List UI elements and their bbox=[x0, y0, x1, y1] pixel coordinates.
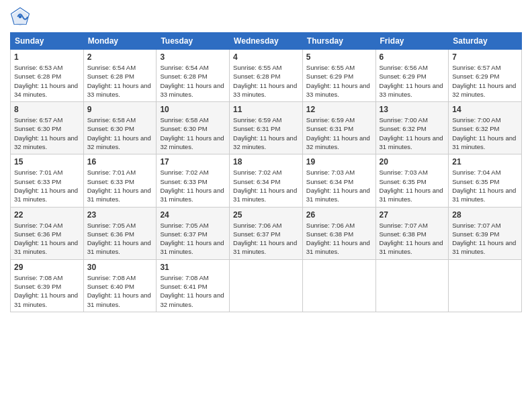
calendar-cell: 6Sunrise: 6:56 AMSunset: 6:29 PMDaylight… bbox=[375, 50, 449, 102]
day-info: Sunrise: 6:55 AMSunset: 6:28 PMDaylight:… bbox=[233, 63, 299, 99]
calendar-week-row: 8Sunrise: 6:57 AMSunset: 6:30 PMDaylight… bbox=[11, 102, 522, 154]
calendar-cell bbox=[230, 259, 303, 312]
day-number: 30 bbox=[87, 263, 153, 272]
calendar-cell: 10Sunrise: 6:58 AMSunset: 6:30 PMDayligh… bbox=[157, 102, 230, 154]
calendar-cell: 15Sunrise: 7:01 AMSunset: 6:33 PMDayligh… bbox=[11, 154, 84, 207]
calendar-cell: 30Sunrise: 7:08 AMSunset: 6:40 PMDayligh… bbox=[83, 259, 157, 312]
day-info: Sunrise: 7:02 AMSunset: 6:33 PMDaylight:… bbox=[160, 168, 226, 203]
day-number: 25 bbox=[233, 210, 299, 220]
day-info: Sunrise: 7:05 AMSunset: 6:37 PMDaylight:… bbox=[160, 221, 226, 257]
day-number: 11 bbox=[233, 105, 299, 114]
calendar-cell: 4Sunrise: 6:55 AMSunset: 6:28 PMDaylight… bbox=[230, 50, 303, 102]
day-number: 27 bbox=[380, 210, 445, 220]
calendar-cell: 27Sunrise: 7:07 AMSunset: 6:38 PMDayligh… bbox=[375, 207, 449, 259]
day-number: 5 bbox=[306, 52, 372, 62]
day-number: 28 bbox=[452, 210, 518, 220]
day-number: 7 bbox=[452, 52, 518, 62]
col-sunday: Sunday bbox=[11, 33, 84, 50]
day-info: Sunrise: 6:56 AMSunset: 6:29 PMDaylight:… bbox=[380, 63, 445, 99]
day-info: Sunrise: 7:05 AMSunset: 6:36 PMDaylight:… bbox=[87, 221, 153, 257]
day-info: Sunrise: 6:57 AMSunset: 6:29 PMDaylight:… bbox=[452, 63, 518, 99]
col-friday: Friday bbox=[375, 33, 449, 50]
day-info: Sunrise: 6:57 AMSunset: 6:30 PMDaylight:… bbox=[14, 116, 80, 151]
day-number: 17 bbox=[160, 157, 226, 167]
day-info: Sunrise: 7:03 AMSunset: 6:35 PMDaylight:… bbox=[380, 168, 445, 203]
calendar-cell: 13Sunrise: 7:00 AMSunset: 6:32 PMDayligh… bbox=[375, 102, 449, 154]
day-number: 10 bbox=[160, 105, 226, 114]
calendar-cell: 20Sunrise: 7:03 AMSunset: 6:35 PMDayligh… bbox=[375, 154, 449, 207]
calendar-cell: 9Sunrise: 6:58 AMSunset: 6:30 PMDaylight… bbox=[83, 102, 157, 154]
day-info: Sunrise: 7:04 AMSunset: 6:36 PMDaylight:… bbox=[14, 221, 80, 257]
calendar-cell: 16Sunrise: 7:01 AMSunset: 6:33 PMDayligh… bbox=[83, 154, 157, 207]
day-number: 3 bbox=[160, 52, 226, 62]
calendar-cell: 7Sunrise: 6:57 AMSunset: 6:29 PMDaylight… bbox=[449, 50, 522, 102]
day-info: Sunrise: 7:08 AMSunset: 6:39 PMDaylight:… bbox=[14, 273, 80, 309]
calendar-week-row: 29Sunrise: 7:08 AMSunset: 6:39 PMDayligh… bbox=[11, 259, 522, 312]
day-number: 26 bbox=[306, 210, 372, 220]
day-number: 22 bbox=[14, 210, 80, 220]
calendar-cell: 31Sunrise: 7:08 AMSunset: 6:41 PMDayligh… bbox=[157, 259, 230, 312]
day-info: Sunrise: 7:07 AMSunset: 6:39 PMDaylight:… bbox=[452, 221, 518, 257]
day-number: 13 bbox=[380, 105, 445, 114]
day-number: 6 bbox=[380, 52, 445, 62]
calendar-cell: 19Sunrise: 7:03 AMSunset: 6:34 PMDayligh… bbox=[302, 154, 375, 207]
day-info: Sunrise: 6:54 AMSunset: 6:28 PMDaylight:… bbox=[160, 63, 226, 99]
day-info: Sunrise: 6:55 AMSunset: 6:29 PMDaylight:… bbox=[306, 63, 372, 99]
calendar-cell: 14Sunrise: 7:00 AMSunset: 6:32 PMDayligh… bbox=[449, 102, 522, 154]
calendar-cell: 5Sunrise: 6:55 AMSunset: 6:29 PMDaylight… bbox=[302, 50, 375, 102]
calendar-cell bbox=[302, 259, 375, 312]
day-number: 8 bbox=[14, 105, 80, 114]
day-number: 4 bbox=[233, 52, 299, 62]
calendar-cell bbox=[375, 259, 449, 312]
day-number: 31 bbox=[160, 263, 226, 272]
day-info: Sunrise: 7:06 AMSunset: 6:38 PMDaylight:… bbox=[306, 221, 372, 257]
calendar-cell: 1Sunrise: 6:53 AMSunset: 6:28 PMDaylight… bbox=[11, 50, 84, 102]
calendar-week-row: 15Sunrise: 7:01 AMSunset: 6:33 PMDayligh… bbox=[11, 154, 522, 207]
calendar-header-row: Sunday Monday Tuesday Wednesday Thursday… bbox=[11, 33, 522, 50]
calendar-cell: 3Sunrise: 6:54 AMSunset: 6:28 PMDaylight… bbox=[157, 50, 230, 102]
col-wednesday: Wednesday bbox=[230, 33, 303, 50]
day-info: Sunrise: 7:04 AMSunset: 6:35 PMDaylight:… bbox=[452, 168, 518, 203]
col-monday: Monday bbox=[83, 33, 157, 50]
page-container: Sunday Monday Tuesday Wednesday Thursday… bbox=[0, 0, 532, 411]
day-info: Sunrise: 6:59 AMSunset: 6:31 PMDaylight:… bbox=[306, 116, 372, 151]
day-number: 2 bbox=[87, 52, 153, 62]
calendar-cell: 18Sunrise: 7:02 AMSunset: 6:34 PMDayligh… bbox=[230, 154, 303, 207]
day-number: 19 bbox=[306, 157, 372, 167]
logo-icon bbox=[10, 7, 30, 27]
col-tuesday: Tuesday bbox=[157, 33, 230, 50]
day-info: Sunrise: 7:00 AMSunset: 6:32 PMDaylight:… bbox=[380, 116, 445, 151]
logo bbox=[10, 7, 33, 27]
day-info: Sunrise: 7:08 AMSunset: 6:40 PMDaylight:… bbox=[87, 273, 153, 309]
svg-point-2 bbox=[19, 15, 22, 19]
day-info: Sunrise: 6:53 AMSunset: 6:28 PMDaylight:… bbox=[14, 63, 80, 99]
calendar-cell: 12Sunrise: 6:59 AMSunset: 6:31 PMDayligh… bbox=[302, 102, 375, 154]
day-number: 15 bbox=[14, 157, 80, 167]
calendar-cell: 21Sunrise: 7:04 AMSunset: 6:35 PMDayligh… bbox=[449, 154, 522, 207]
col-thursday: Thursday bbox=[302, 33, 375, 50]
day-number: 18 bbox=[233, 157, 299, 167]
calendar-cell: 8Sunrise: 6:57 AMSunset: 6:30 PMDaylight… bbox=[11, 102, 84, 154]
day-number: 24 bbox=[160, 210, 226, 220]
day-info: Sunrise: 7:08 AMSunset: 6:41 PMDaylight:… bbox=[160, 273, 226, 309]
calendar-cell: 26Sunrise: 7:06 AMSunset: 6:38 PMDayligh… bbox=[302, 207, 375, 259]
calendar-cell: 24Sunrise: 7:05 AMSunset: 6:37 PMDayligh… bbox=[157, 207, 230, 259]
day-info: Sunrise: 6:54 AMSunset: 6:28 PMDaylight:… bbox=[87, 63, 153, 99]
day-info: Sunrise: 7:01 AMSunset: 6:33 PMDaylight:… bbox=[14, 168, 80, 203]
day-info: Sunrise: 6:58 AMSunset: 6:30 PMDaylight:… bbox=[87, 116, 153, 151]
calendar-cell: 2Sunrise: 6:54 AMSunset: 6:28 PMDaylight… bbox=[83, 50, 157, 102]
day-number: 16 bbox=[87, 157, 153, 167]
day-info: Sunrise: 7:03 AMSunset: 6:34 PMDaylight:… bbox=[306, 168, 372, 203]
day-number: 29 bbox=[14, 263, 80, 272]
day-info: Sunrise: 6:58 AMSunset: 6:30 PMDaylight:… bbox=[160, 116, 226, 151]
day-number: 1 bbox=[14, 52, 80, 62]
calendar-cell: 25Sunrise: 7:06 AMSunset: 6:37 PMDayligh… bbox=[230, 207, 303, 259]
day-number: 14 bbox=[452, 105, 518, 114]
day-number: 20 bbox=[380, 157, 445, 167]
day-info: Sunrise: 7:02 AMSunset: 6:34 PMDaylight:… bbox=[233, 168, 299, 203]
calendar-cell: 29Sunrise: 7:08 AMSunset: 6:39 PMDayligh… bbox=[11, 259, 84, 312]
calendar-cell: 28Sunrise: 7:07 AMSunset: 6:39 PMDayligh… bbox=[449, 207, 522, 259]
day-number: 12 bbox=[306, 105, 372, 114]
day-info: Sunrise: 7:06 AMSunset: 6:37 PMDaylight:… bbox=[233, 221, 299, 257]
calendar-cell bbox=[449, 259, 522, 312]
